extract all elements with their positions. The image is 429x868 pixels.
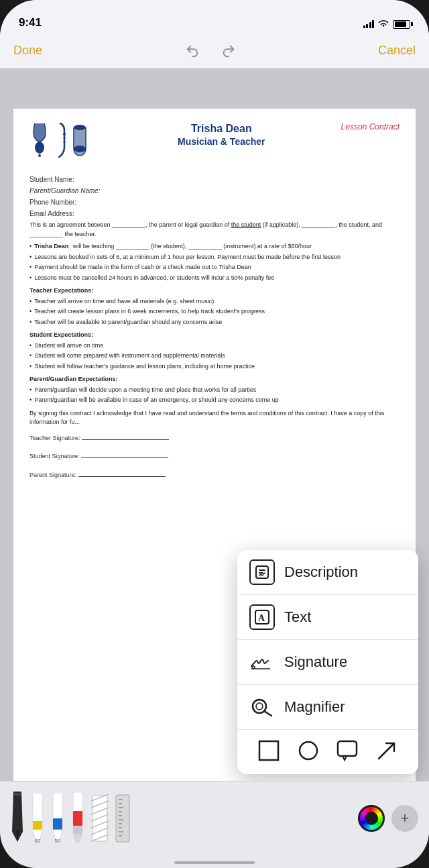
signature-label: Signature [284,653,347,671]
doc-title: Trisha Dean Musician & Teacher [102,122,341,147]
phone-screen: 9:41 [0,0,429,868]
student-name-field: Student Name: [29,175,400,184]
signal-bars-icon [363,20,375,28]
gray-top-area [0,68,429,109]
parent-expectations-title: Parent/Guardian Expectations: [29,375,400,384]
nav-bar: Done Cancel [0,34,429,68]
battery-icon [393,20,410,29]
ruler-tool[interactable] [115,794,130,843]
svg-rect-16 [259,741,278,760]
student-bullet-1: Student will arrive on time [29,341,400,351]
wifi-icon [378,19,389,30]
svg-rect-22 [14,793,21,796]
doc-musician-name: Trisha Dean [102,122,341,136]
home-indicator [174,861,255,864]
student-signature-line: Student Signature: [29,452,400,462]
saxophone-icon [52,122,68,159]
phone-frame: 9:41 [0,0,429,868]
undo-button[interactable] [182,41,202,61]
pen-blue-tool[interactable]: 50 [51,793,64,844]
signature-icon [249,649,275,675]
pen-blue-label: 50 [55,838,61,844]
agreement-paragraph: This is an agreement between __________,… [29,221,400,239]
cancel-button[interactable]: Cancel [378,44,416,58]
shape-arrow-button[interactable] [375,739,398,765]
bullet-3: Payment should be made in the form of ca… [29,263,400,272]
doc-instruments [29,122,88,159]
bullet-1: Trisha Dean will be teaching __________ … [29,242,400,252]
add-button[interactable]: + [391,805,418,832]
magnifier-label: Magnifier [284,698,345,716]
description-icon [249,559,275,585]
student-bullet-3: Student will follow teacher's guidance a… [29,362,400,372]
redo-button[interactable] [219,41,239,61]
shape-speech-button[interactable] [336,739,359,765]
pen-yellow-label: 80 [35,838,41,844]
pen-black-tool[interactable] [11,792,24,845]
svg-point-3 [63,133,66,135]
signature-menu-item[interactable]: Signature [237,640,418,685]
parent-bullet-1: Parent/guardian will decide upon a meeti… [29,386,400,395]
description-menu-item[interactable]: Description [237,550,418,595]
doc-header: Trisha Dean Musician & Teacher Lesson Co… [29,122,400,164]
eraser-tool[interactable] [91,794,109,843]
svg-point-14 [256,703,263,710]
shape-square-button[interactable] [257,739,280,765]
color-picker-button[interactable] [358,805,385,832]
shapes-row [237,730,418,774]
svg-rect-42 [116,795,129,842]
lesson-contract-label: Lesson Contract [341,122,400,131]
closing-text: By signing this contract I acknowledge t… [29,409,400,427]
shape-circle-button[interactable] [297,739,320,765]
svg-line-19 [379,743,394,759]
student-bullet-2: Student will come prepared with instrume… [29,351,400,361]
phone-field: Phone Number: [29,198,400,207]
svg-point-17 [300,742,317,759]
bullet-2: Lessons are booked in sets of 6, at a mi… [29,253,400,262]
doc-musician-subtitle: Musician & Teacher [102,136,341,147]
svg-rect-32 [73,826,82,834]
status-time: 9:41 [19,16,42,30]
teacher-bullet-1: Teacher will arrive on time and have all… [29,297,400,307]
status-bar: 9:41 [0,0,429,34]
guardian-name-field: Parent/Guardian Name: [29,186,400,196]
status-icons [363,19,411,30]
magnifier-icon [249,694,275,720]
svg-text:A: A [258,613,265,623]
text-label: Text [284,608,311,626]
guitar-icon [29,122,50,159]
drum-icon [71,122,88,159]
bottom-toolbar: 80 80 50 [0,781,429,868]
svg-point-5 [64,142,66,144]
svg-marker-33 [74,834,82,842]
student-expectations-title: Student Expectations: [29,331,400,340]
teacher-signature-line: Teacher Signature: [29,434,400,443]
context-menu: Description A Text [237,550,418,774]
signature-section: Teacher Signature: Student Signature: Pa… [29,434,400,480]
teacher-expectations-title: Teacher Expectations: [29,286,400,296]
svg-point-4 [64,138,66,140]
svg-point-7 [74,146,86,152]
parent-bullet-2: Parent/guardian will be available in cas… [29,396,400,405]
content-area: Trisha Dean Musician & Teacher Lesson Co… [0,68,429,781]
pen-yellow-tool[interactable]: 80 80 [31,793,44,844]
nav-center [182,41,239,61]
text-menu-item[interactable]: A Text [237,595,418,640]
bullet-4: Lessons must be cancelled 24 hours in ad… [29,274,400,283]
email-field: Email Address: [29,209,400,219]
done-button[interactable]: Done [13,44,42,58]
add-icon: + [401,810,410,827]
magnifier-menu-item[interactable]: Magnifier [237,685,418,730]
text-icon: A [249,604,275,630]
parent-signature-line: Parent Signature: [29,471,400,480]
description-label: Description [284,563,358,581]
svg-rect-31 [73,811,82,826]
svg-point-2 [38,154,41,157]
teacher-bullet-2: Teacher will create lesson plans in 6 we… [29,307,400,317]
svg-line-15 [264,711,271,716]
doc-body: This is an agreement between __________,… [29,221,400,480]
teacher-bullet-3: Teacher will be available to parent/guar… [29,318,400,327]
pen-red-tool[interactable] [71,792,84,845]
svg-rect-18 [338,741,357,756]
